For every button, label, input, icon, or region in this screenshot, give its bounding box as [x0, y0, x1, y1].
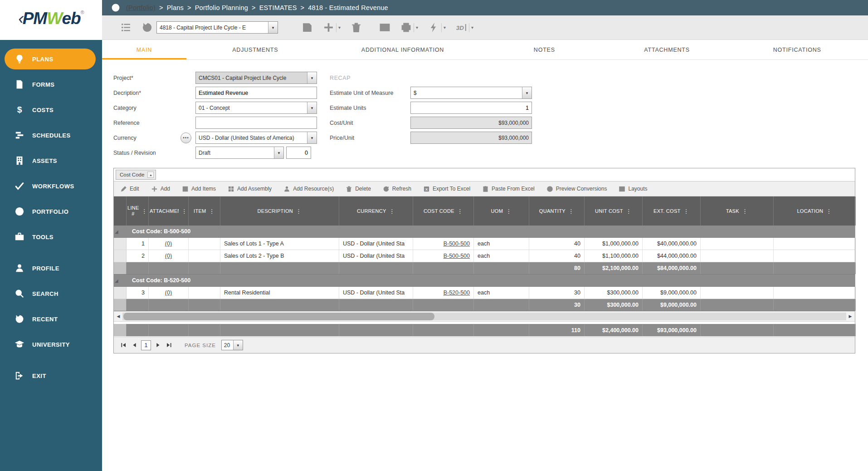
chevron-down-icon[interactable]: ▾	[522, 87, 532, 98]
print-button[interactable]: ▾	[400, 22, 418, 33]
tab-notifications[interactable]: NOTIFICATIONS	[726, 40, 868, 59]
column-menu-icon[interactable]: ⋮	[506, 208, 512, 215]
chevron-down-icon[interactable]: ▾	[233, 340, 243, 350]
sidebar-item-portfolio[interactable]: PORTFOLIO	[0, 199, 102, 224]
estimate-units-field[interactable]	[410, 102, 532, 114]
sidebar-item-exit[interactable]: EXIT	[0, 363, 102, 388]
ellipsis-button[interactable]: •••	[180, 132, 191, 143]
sidebar-item-schedules[interactable]: SCHEDULES	[0, 123, 102, 148]
delete-button[interactable]	[351, 22, 362, 33]
caret-down-icon[interactable]: ▾	[338, 25, 341, 30]
cost-unit-field[interactable]: $93,000,000	[410, 117, 532, 129]
estimate-units-input[interactable]	[411, 102, 532, 113]
group-header-row[interactable]: ◢Cost Code: B-520-500	[114, 275, 855, 287]
chevron-down-icon[interactable]: ▾	[307, 132, 317, 143]
add-assembly-button[interactable]: Add Assembly	[228, 186, 272, 192]
first-page-button[interactable]	[119, 341, 127, 349]
page-size-select[interactable]: 20 ▾	[221, 340, 243, 350]
group-chip-cost-code[interactable]: Cost Code ▲	[116, 170, 156, 180]
scrollbar-track[interactable]	[122, 313, 846, 320]
breadcrumb-item[interactable]: (Portfolio)	[126, 4, 156, 11]
column-menu-icon[interactable]: ⋮	[626, 208, 632, 215]
chevron-down-icon[interactable]: ▾	[268, 22, 278, 33]
sort-asc-icon[interactable]: ▲	[147, 172, 154, 178]
sidebar-item-recent[interactable]: RECENT	[0, 306, 102, 332]
delete-button[interactable]: Delete	[346, 186, 371, 192]
column-header-location[interactable]: LOCATION⋮	[774, 196, 856, 226]
cost-code-link[interactable]: B-520-500	[444, 289, 470, 296]
revision-input[interactable]	[287, 147, 311, 158]
layouts-button[interactable]: Layouts	[619, 186, 647, 192]
sidebar-item-profile[interactable]: PROFILE	[0, 255, 102, 281]
export-to-excel-button[interactable]: XExport To Excel	[423, 186, 470, 192]
column-menu-icon[interactable]: ⋮	[181, 208, 187, 215]
column-header-description[interactable]: DESCRIPTION⋮	[220, 196, 339, 226]
sidebar-item-search[interactable]: SEARCH	[0, 281, 102, 306]
grid-row[interactable]: 1(0)Sales of Lots 1 - Type AUSD - Dollar…	[114, 238, 855, 250]
chevron-down-icon[interactable]: ▾	[307, 72, 317, 83]
grid-row[interactable]: 2(0)Sales of Lots 2 - Type BUSD - Dollar…	[114, 250, 855, 262]
refresh-button[interactable]: Refresh	[383, 186, 411, 192]
caret-down-icon[interactable]: ▾	[471, 25, 473, 30]
tab-additional-information[interactable]: ADDITIONAL INFORMATION	[324, 40, 481, 59]
save-button[interactable]	[302, 22, 313, 33]
column-menu-icon[interactable]: ⋮	[389, 208, 395, 215]
estimate-unit-of-measure-select[interactable]: $▾	[410, 87, 532, 99]
status-revision-select[interactable]: Draft▾	[195, 147, 284, 159]
column-header-cost_code[interactable]: COST CODE⋮	[413, 196, 474, 226]
currency-select[interactable]: USD - Dollar (United States of America)▾	[195, 132, 317, 144]
column-menu-icon[interactable]: ⋮	[742, 208, 748, 215]
scroll-right-icon[interactable]: ▶	[846, 313, 854, 320]
add-resource-s-button[interactable]: Add Resource(s)	[283, 186, 334, 192]
decription-field[interactable]	[195, 87, 317, 99]
column-menu-icon[interactable]: ⋮	[826, 208, 832, 215]
chevron-down-icon[interactable]: ▾	[307, 102, 317, 113]
tab-adjustments[interactable]: ADJUSTMENTS	[186, 40, 324, 59]
attachment-link[interactable]: (0)	[165, 253, 172, 259]
pmweb-logo[interactable]: ‹PMWeb®	[0, 0, 102, 40]
column-header-task[interactable]: TASK⋮	[701, 196, 774, 226]
next-page-button[interactable]	[154, 341, 162, 349]
sidebar-item-plans[interactable]: PLANS	[5, 49, 96, 69]
history-button[interactable]	[141, 22, 153, 33]
email-button[interactable]	[379, 22, 390, 33]
last-page-button[interactable]	[165, 341, 173, 349]
add-items-button[interactable]: Add Items	[182, 186, 216, 192]
row-handle[interactable]	[114, 287, 127, 299]
paste-from-excel-button[interactable]: Paste From Excel	[482, 186, 535, 192]
cost-code-link[interactable]: B-500-500	[444, 240, 470, 247]
sidebar-item-assets[interactable]: ASSETS	[0, 148, 102, 173]
column-menu-icon[interactable]: ⋮	[141, 208, 147, 215]
sidebar-item-tools[interactable]: TOOLS	[0, 224, 102, 250]
attachment-link[interactable]: (0)	[165, 240, 172, 247]
chevron-down-icon[interactable]: ▾	[274, 147, 283, 158]
tab-attachments[interactable]: ATTACHMENTS	[608, 40, 727, 59]
preview-conversions-button[interactable]: $Preview Conversions	[546, 186, 607, 192]
sidebar-item-workflows[interactable]: WORKFLOWS	[0, 173, 102, 199]
workflow-actions-button[interactable]: ▾	[428, 22, 446, 33]
decription-input[interactable]	[196, 87, 317, 98]
price-unit-field[interactable]: $93,000,000	[410, 132, 532, 144]
column-header-uom[interactable]: UOM⋮	[474, 196, 529, 226]
info-icon[interactable]	[111, 3, 120, 12]
tab-notes[interactable]: NOTES	[481, 40, 608, 59]
column-header-currency[interactable]: CURRENCY⋮	[339, 196, 413, 226]
revision-field[interactable]	[286, 147, 311, 159]
column-menu-icon[interactable]: ⋮	[568, 208, 574, 215]
reference-input[interactable]	[196, 117, 317, 128]
prev-page-button[interactable]	[130, 341, 138, 349]
add-button[interactable]: Add	[151, 186, 170, 192]
tab-main[interactable]: MAIN	[102, 40, 186, 59]
cost-code-link[interactable]: B-500-500	[444, 253, 470, 259]
column-header-line[interactable]: LINE #⋮	[127, 196, 149, 226]
column-header-item[interactable]: ITEM⋮	[189, 196, 220, 226]
scroll-left-icon[interactable]: ◀	[114, 313, 122, 320]
3d-bim-button[interactable]: 3D▾	[456, 22, 473, 33]
row-handle[interactable]	[114, 238, 127, 250]
reference-field[interactable]	[195, 117, 317, 129]
column-header-attachment[interactable]: ATTACHMENT⋮	[149, 196, 189, 226]
grid-row[interactable]: 3(0)Rental ResidentialUSD - Dollar (Unit…	[114, 287, 855, 299]
horizontal-scrollbar[interactable]: ◀ ▶	[114, 311, 855, 322]
add-button[interactable]: ▾	[323, 22, 341, 33]
records-list-button[interactable]	[120, 22, 132, 33]
